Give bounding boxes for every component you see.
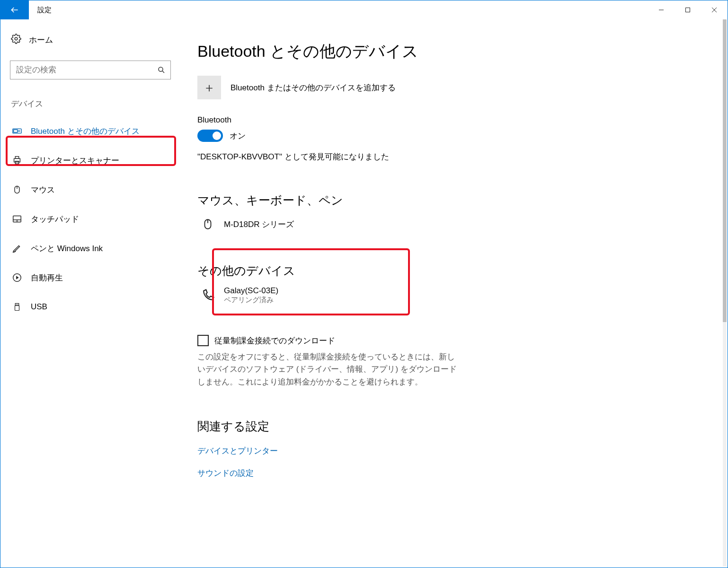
svg-marker-20 (16, 276, 19, 279)
printer-icon (12, 155, 22, 166)
svg-point-5 (159, 67, 163, 71)
nav-label: Bluetooth とその他のデバイス (31, 126, 140, 137)
back-button[interactable] (0, 0, 29, 19)
search-input-wrapper[interactable] (10, 61, 171, 79)
related-title: 関連する設定 (197, 419, 699, 434)
nav-label: プリンターとスキャナー (31, 155, 119, 166)
svg-rect-21 (15, 304, 19, 306)
discoverable-text: "DESKTOP-KBVVBOT" として発見可能になりました (197, 151, 699, 162)
svg-rect-13 (15, 161, 18, 164)
nav-label: USB (31, 302, 47, 312)
search-input[interactable] (16, 65, 157, 75)
autoplay-icon (12, 272, 22, 283)
bluetooth-device-icon (12, 126, 22, 136)
app-title: 設定 (37, 6, 52, 15)
home-label: ホーム (29, 35, 53, 45)
sidebar-item-usb[interactable]: USB (10, 294, 171, 320)
add-device-label: Bluetooth またはその他のデバイスを追加する (231, 82, 396, 93)
scrollbar-thumb[interactable] (723, 19, 727, 322)
device-name: Galay(SC-03E) (224, 286, 278, 296)
pen-icon (12, 243, 22, 253)
svg-rect-12 (15, 157, 18, 159)
close-button[interactable] (701, 0, 728, 19)
metered-label: 従量制課金接続でのダウンロード (214, 335, 335, 346)
svg-point-4 (15, 37, 18, 40)
device-name: M-D18DR シリーズ (224, 219, 294, 230)
home-link[interactable]: ホーム (10, 34, 171, 46)
device-item-mouse[interactable]: M-D18DR シリーズ (197, 213, 699, 236)
nav-label: タッチパッド (31, 214, 79, 225)
nav-label: 自動再生 (31, 272, 63, 283)
bluetooth-toggle[interactable] (197, 130, 223, 142)
link-sound-settings[interactable]: サウンドの設定 (197, 468, 699, 479)
usb-icon (12, 302, 22, 312)
sidebar-item-pen[interactable]: ペンと Windows Ink (10, 235, 171, 262)
mouse-icon (12, 184, 22, 195)
touchpad-icon (12, 214, 22, 224)
device-status: ペアリング済み (224, 296, 278, 305)
scrollbar[interactable] (723, 19, 727, 567)
sidebar-item-mouse[interactable]: マウス (10, 176, 171, 203)
svg-rect-11 (14, 158, 20, 162)
plus-icon: ＋ (197, 76, 221, 99)
metered-checkbox[interactable] (197, 335, 209, 346)
svg-rect-8 (14, 130, 18, 132)
svg-rect-1 (686, 8, 690, 12)
nav-label: マウス (31, 184, 55, 195)
main-content: Bluetooth とその他のデバイス ＋ Bluetooth またはその他のデ… (180, 19, 728, 568)
sidebar: ホーム デバイス Bluetooth とその他のデバイス プリンターとスキャナー (0, 19, 180, 568)
metered-description: この設定をオフにすると、従量制課金接続を使っているときには、新しいデバイスのソフ… (197, 351, 460, 388)
svg-rect-22 (15, 306, 19, 311)
link-devices-printers[interactable]: デバイスとプリンター (197, 446, 699, 456)
phone-icon (199, 287, 216, 304)
sidebar-section-label: デバイス (10, 98, 171, 109)
sidebar-item-printers[interactable]: プリンターとスキャナー (10, 147, 171, 174)
minimize-button[interactable] (648, 0, 675, 19)
add-device-button[interactable]: ＋ Bluetooth またはその他のデバイスを追加する (197, 76, 699, 99)
bluetooth-state: オン (230, 131, 246, 141)
gear-icon (11, 34, 21, 46)
input-devices-title: マウス、キーボード、ペン (197, 192, 699, 208)
maximize-button[interactable] (675, 0, 701, 19)
search-icon (157, 66, 166, 74)
svg-line-6 (162, 71, 164, 73)
mouse-icon (199, 216, 216, 233)
sidebar-item-bluetooth[interactable]: Bluetooth とその他のデバイス (10, 118, 171, 144)
page-title: Bluetooth とその他のデバイス (197, 41, 699, 62)
nav-label: ペンと Windows Ink (31, 243, 103, 254)
sidebar-item-autoplay[interactable]: 自動再生 (10, 264, 171, 291)
device-item-phone[interactable]: Galay(SC-03E) ペアリング済み (197, 283, 699, 307)
other-devices-title: その他のデバイス (197, 263, 699, 279)
titlebar: 設定 (0, 0, 728, 19)
bluetooth-title: Bluetooth (197, 115, 699, 125)
sidebar-item-touchpad[interactable]: タッチパッド (10, 206, 171, 232)
